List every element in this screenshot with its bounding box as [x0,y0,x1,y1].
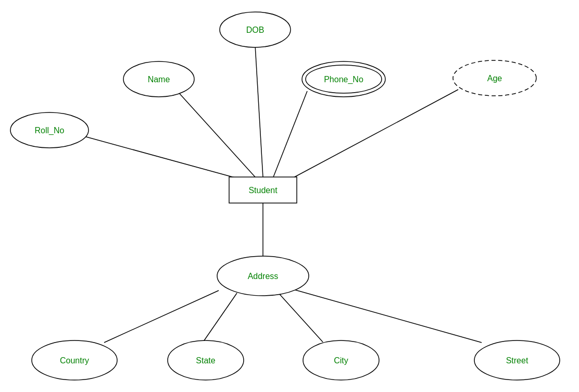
line-address-country [104,290,219,343]
city-label: City [334,356,348,365]
dob-label: DOB [246,26,265,34]
state-label: State [196,356,215,365]
line-address-street [292,289,482,343]
line-name-student [180,94,255,177]
student-label: Student [248,186,278,195]
street-label: Street [506,356,528,365]
phone-label: Phone_No [324,75,363,84]
line-address-state [203,293,237,342]
line-address-city [279,293,323,342]
rollno-label: Roll_No [35,126,65,135]
line-rollno-student [81,135,242,180]
line-phone-student [273,91,307,177]
country-label: Country [60,356,89,365]
line-age-student [292,90,458,179]
er-diagram: DOB Name Phone_No Age Roll_No Student Ad… [0,0,579,392]
line-dob-student [255,45,263,177]
age-label: Age [487,74,502,83]
address-label: Address [248,272,279,281]
name-label: Name [148,75,170,84]
